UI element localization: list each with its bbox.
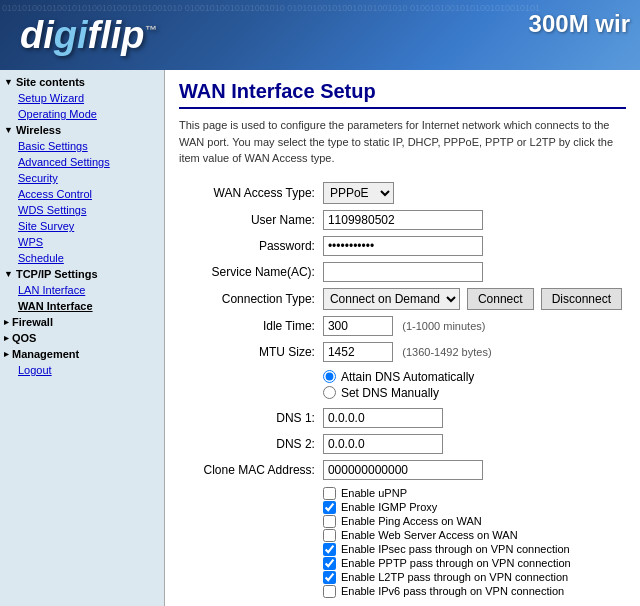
- firewall-label: Firewall: [12, 316, 53, 328]
- main-layout: ▼ Site contents Setup Wizard Operating M…: [0, 70, 640, 606]
- connection-type-select[interactable]: Connect on Demand Keep Alive Manual: [323, 288, 460, 310]
- arrow-icon-firewall: ▸: [4, 317, 9, 327]
- checkbox-web-server: Enable Web Server Access on WAN: [323, 529, 622, 542]
- row-dns-auto: Attain DNS Automatically Set DNS Manuall…: [179, 365, 626, 405]
- checkbox-upnp: Enable uPNP: [323, 487, 622, 500]
- row-mtu-size: MTU Size: (1360-1492 bytes): [179, 339, 626, 365]
- sidebar: ▼ Site contents Setup Wizard Operating M…: [0, 70, 165, 606]
- username-input[interactable]: [323, 210, 483, 230]
- igmp-checkbox[interactable]: [323, 501, 336, 514]
- checkbox-ipv6: Enable IPv6 pass through on VPN connecti…: [323, 585, 622, 598]
- arrow-icon-tcpip: ▼: [4, 269, 13, 279]
- checkbox-l2tp: Enable L2TP pass through on VPN connecti…: [323, 571, 622, 584]
- checkbox-igmp: Enable IGMP Proxy: [323, 501, 622, 514]
- username-label: User Name:: [179, 207, 319, 233]
- service-name-label: Service Name(AC):: [179, 259, 319, 285]
- sidebar-item-wps[interactable]: WPS: [0, 234, 164, 250]
- upnp-checkbox[interactable]: [323, 487, 336, 500]
- ping-checkbox[interactable]: [323, 515, 336, 528]
- tcpip-label: TCP/IP Settings: [16, 268, 98, 280]
- header-model: 300M wir: [529, 10, 630, 38]
- sidebar-section-wireless[interactable]: ▼ Wireless: [0, 122, 164, 138]
- password-label: Password:: [179, 233, 319, 259]
- wireless-label: Wireless: [16, 124, 61, 136]
- qos-label: QOS: [12, 332, 36, 344]
- page-title: WAN Interface Setup: [179, 80, 626, 109]
- connect-row: Connect on Demand Keep Alive Manual Conn…: [323, 288, 622, 310]
- row-dns1: DNS 1:: [179, 405, 626, 431]
- set-dns-row: Set DNS Manually: [323, 386, 622, 400]
- sidebar-section-qos[interactable]: ▸ QOS: [0, 330, 164, 346]
- idle-time-input[interactable]: [323, 316, 393, 336]
- wan-access-type-label: WAN Access Type:: [179, 179, 319, 207]
- arrow-icon-wireless: ▼: [4, 125, 13, 135]
- arrow-icon: ▼: [4, 77, 13, 87]
- dns1-label: DNS 1:: [179, 405, 319, 431]
- idle-time-label: Idle Time:: [179, 313, 319, 339]
- sidebar-item-logout[interactable]: Logout: [0, 362, 164, 378]
- form-table: WAN Access Type: PPPoE Static IP DHCP PP…: [179, 179, 626, 602]
- row-clone-mac: Clone MAC Address:: [179, 457, 626, 483]
- connection-type-label: Connection Type:: [179, 285, 319, 313]
- row-username: User Name:: [179, 207, 626, 233]
- sidebar-item-security[interactable]: Security: [0, 170, 164, 186]
- mtu-size-input[interactable]: [323, 342, 393, 362]
- arrow-icon-qos: ▸: [4, 333, 9, 343]
- dns2-input[interactable]: [323, 434, 443, 454]
- attain-dns-radio[interactable]: [323, 370, 336, 383]
- sidebar-section-tcpip[interactable]: ▼ TCP/IP Settings: [0, 266, 164, 282]
- dns1-input[interactable]: [323, 408, 443, 428]
- site-contents-header[interactable]: ▼ Site contents: [0, 74, 164, 90]
- row-dns2: DNS 2:: [179, 431, 626, 457]
- sidebar-section-management[interactable]: ▸ Management: [0, 346, 164, 362]
- row-service-name: Service Name(AC):: [179, 259, 626, 285]
- idle-time-hint: (1-1000 minutes): [402, 320, 485, 332]
- attain-dns-row: Attain DNS Automatically: [323, 370, 622, 384]
- content-area: WAN Interface Setup This page is used to…: [165, 70, 640, 606]
- row-wan-access-type: WAN Access Type: PPPoE Static IP DHCP PP…: [179, 179, 626, 207]
- sidebar-section-firewall[interactable]: ▸ Firewall: [0, 314, 164, 330]
- page-description: This page is used to configure the param…: [179, 117, 626, 167]
- mtu-size-label: MTU Size:: [179, 339, 319, 365]
- disconnect-button[interactable]: Disconnect: [541, 288, 622, 310]
- row-idle-time: Idle Time: (1-1000 minutes): [179, 313, 626, 339]
- arrow-icon-management: ▸: [4, 349, 9, 359]
- clone-mac-label: Clone MAC Address:: [179, 457, 319, 483]
- management-label: Management: [12, 348, 79, 360]
- password-input[interactable]: [323, 236, 483, 256]
- clone-mac-input[interactable]: [323, 460, 483, 480]
- l2tp-checkbox[interactable]: [323, 571, 336, 584]
- checkbox-pptp: Enable PPTP pass through on VPN connecti…: [323, 557, 622, 570]
- checkbox-ping: Enable Ping Access on WAN: [323, 515, 622, 528]
- sidebar-item-site-survey[interactable]: Site Survey: [0, 218, 164, 234]
- ipsec-checkbox[interactable]: [323, 543, 336, 556]
- sidebar-item-basic-settings[interactable]: Basic Settings: [0, 138, 164, 154]
- mtu-size-hint: (1360-1492 bytes): [402, 346, 491, 358]
- header: 010101001010010101001010010101001010 010…: [0, 0, 640, 70]
- connect-button[interactable]: Connect: [467, 288, 534, 310]
- row-password: Password:: [179, 233, 626, 259]
- row-checkboxes: Enable uPNP Enable IGMP Proxy Enable Pin…: [179, 483, 626, 602]
- dns2-label: DNS 2:: [179, 431, 319, 457]
- sidebar-item-operating-mode[interactable]: Operating Mode: [0, 106, 164, 122]
- set-dns-label: Set DNS Manually: [341, 386, 439, 400]
- sidebar-item-setup-wizard[interactable]: Setup Wizard: [0, 90, 164, 106]
- header-logo: digiflip™: [20, 14, 157, 57]
- sidebar-item-wds-settings[interactable]: WDS Settings: [0, 202, 164, 218]
- checkbox-ipsec: Enable IPsec pass through on VPN connect…: [323, 543, 622, 556]
- web-server-checkbox[interactable]: [323, 529, 336, 542]
- wan-access-type-select[interactable]: PPPoE Static IP DHCP PPTP L2TP: [323, 182, 394, 204]
- row-connection-type: Connection Type: Connect on Demand Keep …: [179, 285, 626, 313]
- pptp-checkbox[interactable]: [323, 557, 336, 570]
- sidebar-item-access-control[interactable]: Access Control: [0, 186, 164, 202]
- attain-dns-label: Attain DNS Automatically: [341, 370, 474, 384]
- service-name-input[interactable]: [323, 262, 483, 282]
- sidebar-item-lan-interface[interactable]: LAN Interface: [0, 282, 164, 298]
- site-contents-label: Site contents: [16, 76, 85, 88]
- set-dns-radio[interactable]: [323, 386, 336, 399]
- sidebar-item-advanced-settings[interactable]: Advanced Settings: [0, 154, 164, 170]
- sidebar-item-schedule[interactable]: Schedule: [0, 250, 164, 266]
- sidebar-item-wan-interface[interactable]: WAN Interface: [0, 298, 164, 314]
- ipv6-checkbox[interactable]: [323, 585, 336, 598]
